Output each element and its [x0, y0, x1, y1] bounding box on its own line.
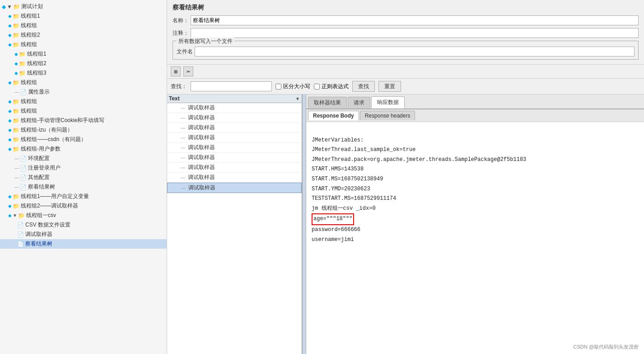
- sidebar-item-label: 属性显示: [28, 88, 50, 96]
- case-sensitive-group[interactable]: 区分大小写: [275, 83, 310, 90]
- comment-label: 注释：: [173, 29, 191, 37]
- toolbar-btn-1[interactable]: ⊞: [171, 66, 181, 76]
- sidebar-item-group2b[interactable]: ◆📁线程组2: [0, 59, 167, 68]
- sample-item-0[interactable]: —调试取样器: [167, 103, 302, 113]
- sidebar-item-label: 线程组: [21, 22, 37, 29]
- cyan-connector-icon: ◆: [8, 203, 12, 208]
- sample-item-3[interactable]: —调试取样器: [167, 133, 302, 143]
- cyan-connector-icon: ◆: [14, 52, 18, 57]
- sidebar-item-resultcsv[interactable]: 📄察看结果树: [0, 239, 167, 249]
- group-box-legend: 所有数据写入一个文件: [177, 38, 234, 45]
- sidebar-item-register[interactable]: —📄注册登录用户: [0, 163, 167, 173]
- sidebar-item-group2[interactable]: ◆📁线程组2: [0, 30, 167, 40]
- sidebar-item-label: 线程组: [21, 41, 37, 48]
- sidebar-item-group1b[interactable]: ◆📁线程组: [0, 21, 167, 30]
- sidebar-item-other[interactable]: —📄其他配置: [0, 173, 167, 182]
- folder-icon: 📁: [19, 70, 26, 76]
- sample-dash-icon: —: [181, 105, 185, 110]
- search-bar: 查找： 区分大小写 正则表达式 查找 重置: [167, 79, 644, 94]
- sidebar-item-label: 察看结果树: [25, 240, 52, 248]
- sidebar-item-label: 线程组1: [27, 50, 47, 58]
- expand-arrow-icon: ▼: [13, 213, 17, 218]
- sidebar-item-label: 线程组——csdn（有问题）: [21, 136, 86, 143]
- folder-icon: 📁: [18, 212, 25, 219]
- cyan-connector-icon: ◆: [8, 127, 12, 132]
- tab-request[interactable]: 请求: [348, 97, 370, 109]
- regex-checkbox[interactable]: [314, 84, 320, 90]
- folder-icon: 📁: [13, 80, 19, 86]
- tree-header: Text ▼: [167, 94, 302, 103]
- splitter-handle[interactable]: [303, 94, 306, 354]
- sample-item-2[interactable]: —调试取样器: [167, 123, 302, 133]
- toolbar-btn-2[interactable]: ✂: [183, 66, 193, 76]
- sidebar-item-env[interactable]: —📄环境配置: [0, 154, 167, 163]
- file-icon: 📄: [17, 222, 24, 228]
- cyan-connector-icon: ◆: [14, 71, 18, 76]
- sidebar-item-csvdata[interactable]: 📄CSV 数据文件设置: [0, 220, 167, 230]
- sidebar-item-label: 线程组1: [21, 12, 40, 20]
- file-group-box: 所有数据写入一个文件 文件名: [173, 41, 639, 60]
- sidebar-item-resultTree[interactable]: —📄察看结果树: [0, 182, 167, 192]
- response-line: JMeterThread.last_sample_ok=true: [312, 145, 639, 155]
- dropdown-arrow-icon[interactable]: ▼: [295, 96, 300, 101]
- sample-item-1[interactable]: —调试取样器: [167, 113, 302, 123]
- sidebar-item-group1g[interactable]: ◆📁线程组: [0, 106, 167, 116]
- comment-input[interactable]: [191, 28, 639, 38]
- sidebar-item-group1e[interactable]: ◆📁线程组: [0, 78, 167, 87]
- sidebar-item-group1a[interactable]: ◆📁线程组1: [0, 11, 167, 21]
- sidebar-item-csv[interactable]: ◆▼📁线程组一csv: [0, 211, 167, 220]
- dash-connector-icon: —: [14, 165, 19, 170]
- sidebar-item-debugger2[interactable]: ◆📁线程组2——调试取样器: [0, 201, 167, 211]
- sidebar-item-debugcsv[interactable]: 📄调试取样器: [0, 230, 167, 239]
- name-input[interactable]: [191, 15, 639, 25]
- sidebar-item-group3[interactable]: ◆📁线程组3: [0, 68, 167, 78]
- sidebar-item-uservar[interactable]: ◆📁线程组1——用户自定义变量: [0, 192, 167, 201]
- sample-dash-icon: —: [181, 125, 185, 130]
- sidebar-item-group1f[interactable]: ◆📁线程组: [0, 97, 167, 106]
- tree-panel: Text ▼ —调试取样器—调试取样器—调试取样器—调试取样器—调试取样器—调试…: [167, 94, 303, 354]
- sample-item-7[interactable]: —调试取样器: [167, 173, 302, 183]
- tab-response[interactable]: 响应数据: [371, 96, 405, 109]
- sub-tab-headers[interactable]: Response headers: [360, 111, 415, 120]
- sample-item-8[interactable]: —调试取样器: [167, 183, 302, 193]
- reset-button[interactable]: 重置: [378, 81, 401, 92]
- folder-icon: 📁: [13, 108, 19, 114]
- sidebar-item-user[interactable]: ◆📁线程组-用户参数: [0, 144, 167, 154]
- sidebar-item-csdn[interactable]: ◆📁线程组——csdn（有问题）: [0, 135, 167, 144]
- sidebar-item-group1d[interactable]: ◆📁线程组1: [0, 49, 167, 59]
- dash-connector-icon: —: [14, 156, 19, 161]
- sample-item-6[interactable]: —调试取样器: [167, 163, 302, 173]
- folder-icon: 📁: [13, 42, 19, 48]
- form-panel: 察看结果树 名称： 注释： 所有数据写入一个文件 文件名: [167, 0, 644, 65]
- sidebar-label: 测试计划: [21, 3, 43, 10]
- filename-input[interactable]: [195, 47, 635, 57]
- cyan-connector-icon: ◆: [14, 61, 18, 66]
- folder-icon: 📁: [13, 23, 19, 29]
- tab-sampler[interactable]: 取样器结果: [308, 97, 347, 109]
- sample-item-4[interactable]: —调试取样器: [167, 143, 302, 153]
- sidebar-item-attr[interactable]: —📄属性显示: [0, 87, 167, 97]
- filename-label: 文件名: [177, 48, 195, 56]
- sidebar-item-root[interactable]: ◆▼📁测试计划: [0, 2, 167, 11]
- name-row: 名称：: [173, 15, 639, 25]
- cyan-dot-icon: ◆: [2, 4, 6, 10]
- sidebar-item-label: 线程组-手动管理Cookie和手动填写: [21, 117, 104, 124]
- sidebar-item-cookie[interactable]: ◆📁线程组-手动管理Cookie和手动填写: [0, 116, 167, 125]
- regex-group[interactable]: 正则表达式: [314, 83, 349, 90]
- find-button[interactable]: 查找: [352, 81, 375, 92]
- sidebar-item-label: 线程组1——用户自定义变量: [21, 193, 89, 200]
- file-icon: 📄: [20, 165, 27, 171]
- sidebar-item-group1c[interactable]: ◆📁线程组: [0, 40, 167, 49]
- case-sensitive-checkbox[interactable]: [275, 84, 281, 90]
- sub-tabs-row: Response BodyResponse headers: [306, 109, 644, 122]
- response-line: START.YMD=20230623: [312, 184, 639, 194]
- sample-dash-icon: —: [181, 135, 185, 140]
- sample-item-5[interactable]: —调试取样器: [167, 153, 302, 163]
- response-line: username=jimi: [312, 235, 639, 245]
- search-input[interactable]: [191, 81, 272, 91]
- sub-tab-body[interactable]: Response Body: [308, 111, 359, 120]
- sample-label: 调试取样器: [188, 134, 215, 142]
- lower-pane: Text ▼ —调试取样器—调试取样器—调试取样器—调试取样器—调试取样器—调试…: [167, 94, 644, 354]
- file-icon: 📄: [17, 241, 24, 247]
- sidebar-item-izu[interactable]: ◆📁线程组-izu（有问题）: [0, 125, 167, 135]
